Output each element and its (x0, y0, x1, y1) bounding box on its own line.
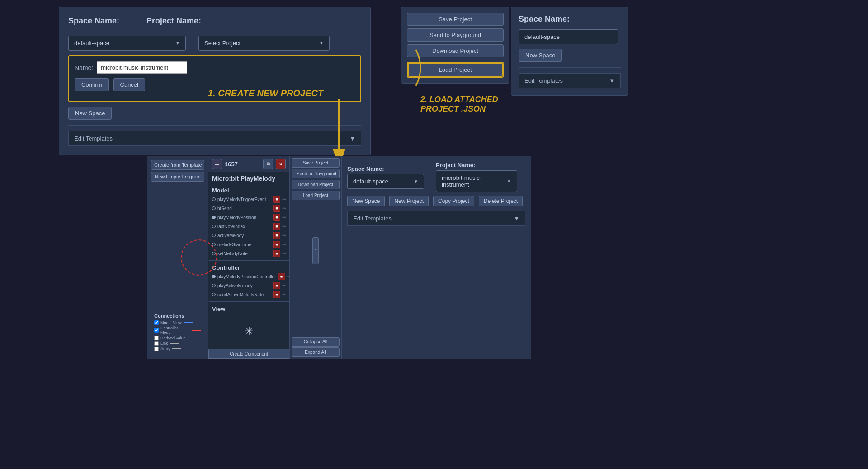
bottom-section: Create from Template New Empty Program C… (147, 156, 531, 359)
bottom-buttons: Create Component Custom Code (208, 349, 289, 359)
edit-templates-bottom[interactable]: Edit Templates ▼ (347, 211, 525, 226)
new-project-form: Name: Confirm Cancel (68, 55, 361, 102)
cancel-button[interactable]: Cancel (113, 78, 145, 91)
space-name-title-left: Space Name: (68, 16, 119, 26)
copy-icon[interactable]: ⧉ (263, 159, 273, 169)
item-lastNoteIndex: lastNoteIndex ■ ✏ (208, 222, 289, 231)
item-playMelodyTriggerEvent: playMelodyTriggerEvent ■ ✏ (208, 195, 289, 204)
bottom-left-sidebar: Create from Template New Empty Program C… (147, 156, 208, 359)
connections-title: Connections (154, 313, 201, 319)
new-empty-program-button[interactable]: New Empty Program (151, 172, 204, 182)
controller-label: Controller (208, 263, 289, 272)
space-name-title-right: Space Name: (519, 14, 621, 24)
item-playActiveMelody: playActiveMelody ■ ✏ (208, 281, 289, 290)
drag-handle[interactable]: ⋮ (312, 237, 319, 264)
connections-box: Connections Model-View Controller-Model … (151, 310, 204, 355)
collapse-all-button[interactable]: Collapse All (292, 337, 340, 347)
bottom-center-program: — 1657 ⧉ ✕ Micro:bit PlayMelody Model pl… (208, 156, 290, 359)
edit-templates-chevron-bottom: ▼ (514, 215, 519, 222)
create-component-button[interactable]: Create Component (208, 349, 289, 359)
load-project-button-top[interactable]: Load Project (408, 63, 503, 77)
download-project-button-bottom[interactable]: Download Project (292, 180, 340, 189)
download-project-button-top[interactable]: Download Project (407, 44, 504, 57)
project-name-input[interactable] (97, 61, 187, 74)
project-dropdown-bottom[interactable]: microbit-music-instrument ▼ (436, 170, 517, 192)
top-left-panel: Space Name: Project Name: default-space … (59, 7, 371, 155)
item-btSend: btSend ■ ✏ (208, 204, 289, 213)
edit-templates-chevron-right: ▼ (609, 77, 615, 84)
confirm-button[interactable]: Confirm (75, 78, 109, 91)
program-id: 1657 (225, 161, 238, 168)
item-activeMelody: activeMelody ■ ✏ (208, 231, 289, 240)
connection-array: Array (154, 347, 201, 351)
item-melodyStartTime: melodyStartTime ■ ✏ (208, 240, 289, 249)
bottom-right-project: Space Name: default-space ▼ Project Name… (342, 156, 531, 359)
connection-link: Link (154, 341, 201, 346)
program-header: — 1657 ⧉ ✕ (208, 156, 289, 172)
bottom-center-actions: Save Project Send to Playground Download… (290, 156, 342, 359)
sparkle-icon: ✳ (245, 325, 254, 338)
create-from-template-button[interactable]: Create from Template (151, 160, 204, 170)
new-space-button-right[interactable]: New Space (519, 49, 562, 62)
project-name-label-bottom: Project Name: (436, 162, 517, 169)
delete-project-button-bottom[interactable]: Delete Project (479, 196, 523, 206)
edit-templates-left[interactable]: Edit Templates ▼ (68, 131, 361, 146)
new-space-button-left[interactable]: New Space (68, 107, 112, 120)
program-title: Micro:bit PlayMelody (208, 172, 289, 185)
load-project-button-bottom[interactable]: Load Project (292, 191, 340, 200)
item-sendActiveMelodyNote: sendActiveMelodyNote ■ ✏ (208, 290, 289, 299)
project-name-title-left: Project Name: (146, 16, 201, 26)
item-playMelodyPosition: playMelodyPosition ■ ✏ (208, 213, 289, 222)
space-name-label-bottom: Space Name: (347, 165, 424, 172)
project-dropdown-left[interactable]: Select Project ▼ (198, 36, 330, 51)
project-dropdown-chevron: ▼ (319, 41, 324, 46)
item-playMelodyPositionController: playMelodyPositionController ■ ✏ (208, 272, 289, 281)
save-project-button-bottom[interactable]: Save Project (292, 158, 340, 168)
annotation-step2: 2. Load AttachedProject .json (420, 95, 498, 114)
name-label: Name: (75, 64, 93, 71)
connection-controller-model: Controller-Model (154, 326, 201, 335)
space-dropdown-bottom[interactable]: default-space ▼ (347, 174, 424, 189)
new-space-button-bottom[interactable]: New Space (347, 196, 385, 206)
edit-templates-right[interactable]: Edit Templates ▼ (519, 73, 621, 88)
send-playground-button-bottom[interactable]: Send to Playground (292, 169, 340, 178)
space-dropdown-right[interactable]: default-space (519, 29, 618, 44)
view-label: View (208, 304, 289, 313)
connection-derived-value: Derived Value (154, 336, 201, 340)
item-setMelodyNote: setMelodyNote ■ ✏ (208, 249, 289, 258)
new-project-button-bottom[interactable]: New Project (389, 196, 429, 206)
space-dropdown-chevron: ▼ (175, 41, 180, 46)
far-right-panel: Space Name: default-space New Space Edit… (511, 7, 628, 96)
space-dropdown-left[interactable]: default-space ▼ (68, 36, 186, 51)
model-label: Model (208, 185, 289, 195)
top-right-panel: Save Project Send to Playground Download… (401, 7, 509, 84)
minimize-button[interactable]: — (212, 159, 222, 169)
edit-templates-chevron: ▼ (349, 135, 355, 142)
view-area: ✳ (208, 313, 289, 349)
close-icon[interactable]: ✕ (276, 159, 286, 169)
connection-model-view: Model-View (154, 320, 201, 325)
save-project-button-top[interactable]: Save Project (407, 13, 504, 26)
copy-project-button-bottom[interactable]: Copy Project (433, 196, 474, 206)
send-playground-button-top[interactable]: Send to Playground (407, 28, 504, 42)
expand-all-button[interactable]: Expand All (292, 347, 340, 357)
